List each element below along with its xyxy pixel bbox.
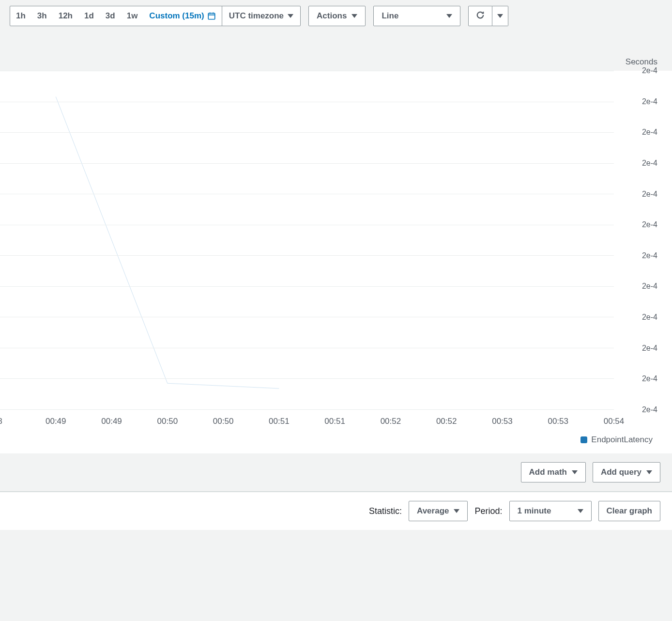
gridline (0, 163, 614, 164)
x-tick-label: 8 (0, 417, 2, 426)
gridline (0, 194, 614, 194)
period-select[interactable]: 1 minute (509, 501, 592, 521)
period-value: 1 minute (518, 506, 551, 516)
gridline (0, 317, 614, 317)
refresh-button[interactable] (468, 6, 492, 26)
gridline (0, 409, 614, 410)
timezone-select[interactable]: UTC timezone (222, 6, 300, 26)
plot-area[interactable] (0, 71, 614, 410)
series-line (0, 71, 614, 409)
refresh-icon (475, 10, 485, 22)
row-add-actions: Add math Add query (0, 453, 672, 491)
add-query-label: Add query (601, 467, 641, 477)
actions-button[interactable]: Actions (308, 6, 366, 26)
x-tick-label: 00:53 (492, 417, 513, 426)
refresh-options-button[interactable] (492, 6, 508, 26)
chart-panel: Seconds EndpointLatency 2e-42e-42e-42e-4… (0, 71, 672, 453)
chevron-down-icon (351, 14, 357, 18)
chevron-down-icon (454, 509, 459, 513)
y-axis-unit: Seconds (626, 57, 657, 67)
chart-container: Seconds EndpointLatency 2e-42e-42e-42e-4… (0, 71, 662, 449)
y-tick-label: 2e-4 (642, 128, 657, 137)
chevron-down-icon (646, 470, 652, 474)
range-3d[interactable]: 3d (100, 6, 121, 26)
y-tick-label: 2e-4 (642, 190, 657, 199)
chevron-down-icon (446, 14, 452, 18)
gridline (0, 255, 614, 256)
range-1w[interactable]: 1w (121, 6, 144, 26)
statistic-value: Average (417, 506, 449, 516)
y-tick-label: 2e-4 (642, 405, 657, 414)
chevron-down-icon (288, 14, 293, 18)
add-query-button[interactable]: Add query (593, 462, 660, 482)
row-controls: Statistic: Average Period: 1 minute Clea… (0, 492, 672, 530)
range-1d[interactable]: 1d (78, 6, 100, 26)
gridline (0, 378, 614, 379)
y-tick-label: 2e-4 (642, 66, 657, 75)
actions-label: Actions (317, 11, 347, 21)
gridline (0, 225, 614, 225)
x-tick-label: 00:53 (548, 417, 568, 426)
clear-graph-button[interactable]: Clear graph (598, 501, 660, 521)
range-custom[interactable]: Custom (15m) (143, 6, 221, 26)
legend-swatch (580, 436, 587, 443)
x-tick-label: 00:50 (157, 417, 178, 426)
gridline (0, 132, 614, 133)
chevron-down-icon (572, 470, 578, 474)
statistic-select[interactable]: Average (409, 501, 468, 521)
x-tick-label: 00:54 (604, 417, 625, 426)
chart-type-label: Line (382, 11, 398, 21)
range-1h[interactable]: 1h (10, 6, 31, 26)
legend-label: EndpointLatency (591, 435, 653, 445)
y-tick-label: 2e-4 (642, 97, 657, 106)
timezone-label: UTC timezone (229, 11, 284, 21)
gridline (0, 102, 614, 102)
bottom-section: Add math Add query Statistic: Average Pe… (0, 453, 672, 530)
chart-legend[interactable]: EndpointLatency (580, 435, 653, 445)
y-tick-label: 2e-4 (642, 374, 657, 383)
y-tick-label: 2e-4 (642, 313, 657, 322)
range-3h[interactable]: 3h (31, 6, 53, 26)
x-tick-label: 00:49 (101, 417, 122, 426)
gridline (0, 71, 614, 71)
y-tick-label: 2e-4 (642, 251, 657, 260)
x-tick-label: 00:52 (436, 417, 457, 426)
calendar-icon (207, 12, 216, 20)
chart-toolbar: 1h 3h 12h 1d 3d 1w Custom (15m) UTC time… (0, 0, 672, 32)
chart-type-select[interactable]: Line (373, 6, 460, 26)
svg-rect-0 (208, 13, 215, 19)
x-tick-label: 00:51 (269, 417, 290, 426)
refresh-split-button (468, 6, 508, 26)
period-label: Period: (474, 506, 502, 516)
y-tick-label: 2e-4 (642, 282, 657, 291)
gridline (0, 348, 614, 348)
y-tick-label: 2e-4 (642, 159, 657, 168)
statistic-label: Statistic: (369, 506, 402, 516)
range-custom-label: Custom (15m) (149, 11, 204, 21)
chevron-down-icon (497, 14, 503, 18)
add-math-button[interactable]: Add math (521, 462, 586, 482)
clear-graph-label: Clear graph (607, 506, 652, 516)
y-tick-label: 2e-4 (642, 344, 657, 353)
x-tick-label: 00:49 (46, 417, 66, 426)
time-range-group: 1h 3h 12h 1d 3d 1w Custom (15m) UTC time… (10, 6, 301, 26)
chevron-down-icon (578, 509, 583, 513)
gridline (0, 286, 614, 287)
y-tick-label: 2e-4 (642, 220, 657, 229)
range-12h[interactable]: 12h (53, 6, 78, 26)
x-tick-label: 00:51 (324, 417, 345, 426)
x-tick-label: 00:52 (381, 417, 401, 426)
add-math-label: Add math (529, 467, 567, 477)
x-tick-label: 00:50 (213, 417, 234, 426)
